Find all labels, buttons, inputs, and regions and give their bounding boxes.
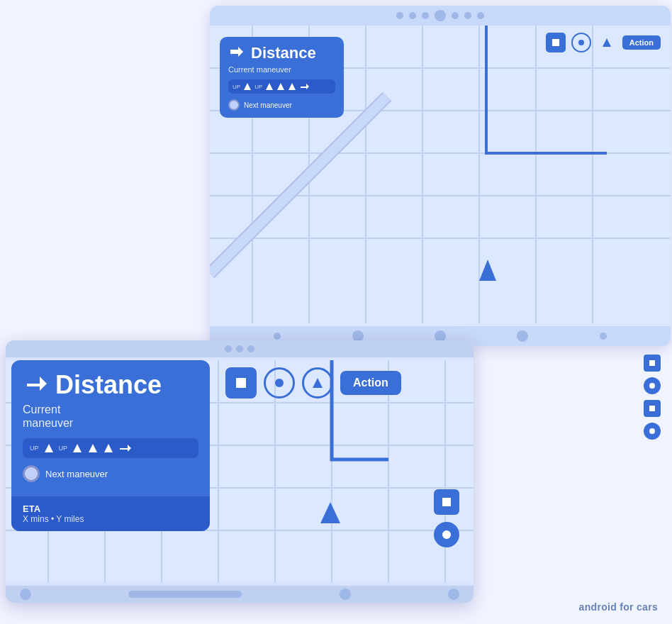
action-button-large[interactable]: Action [622,35,661,50]
large-screen-top-bar [210,6,671,26]
up-label-lg-1: UP [30,445,39,452]
svg-line-13 [210,96,387,274]
right-square-btn-1[interactable] [644,355,661,372]
circle-icon [649,382,656,389]
up-label-1: UP [233,84,240,90]
bottom-dot-right1 [340,589,351,600]
bottom-dot-right2 [448,589,459,600]
current-maneuver-label: Current maneuver [228,65,335,74]
triangle-btn-sm[interactable] [302,367,333,399]
next-maneuver-label-lg: Next maneuver [45,469,108,479]
square-icon-btn[interactable] [546,33,566,52]
maneuver-icons-row: UP UP [228,79,335,94]
svg-marker-15 [244,83,251,90]
bottom-dot-left [20,589,31,600]
circle-btn-sm[interactable] [264,367,295,399]
svg-rect-24 [649,406,655,411]
triangle-icon-btn[interactable] [597,33,617,52]
top-dot-center [435,10,446,21]
top-dot [247,345,254,352]
svg-point-20 [578,40,584,45]
distance-label: Distance [251,44,316,62]
brand-text-2: for cars [620,601,658,613]
top-dot [409,12,416,19]
next-maneuver-label: Next maneuver [244,101,292,109]
triangle-icon [601,37,612,48]
svg-marker-21 [603,38,611,47]
triangle-icon [310,376,325,390]
top-dot [396,12,403,19]
svg-rect-39 [442,498,451,506]
current-maneuver-label-lg: Currentmaneuver [23,403,198,430]
top-dot [477,12,484,19]
up-arrow-icon-lg-4 [103,442,114,454]
turn-arrow-icon-lg [23,372,48,398]
up-arrow-icon-3 [276,82,285,91]
brand-text: android for cars [579,601,658,613]
maneuver-dot-lg [23,465,40,482]
eta-section: ETA X mins • Y miles [11,496,210,531]
small-screen: Distance Currentmaneuver UP UP Next mane… [6,340,474,603]
bottom-pill [128,591,242,598]
square-icon [442,497,452,507]
large-screen-toolbar: Action [546,33,661,52]
nav-card-main: Distance Currentmaneuver UP UP Next mane… [11,360,210,496]
svg-rect-19 [552,39,559,46]
nav-title-row-lg: Distance [23,370,198,400]
turn-arrow-icon [228,45,245,62]
map-sq-btn-1[interactable] [434,489,459,515]
square-icon [649,360,656,367]
brand-text-1: android [579,601,617,613]
circle-icon [442,530,452,540]
svg-marker-42 [73,444,82,452]
circle-icon [649,428,656,435]
svg-marker-41 [45,444,53,452]
up-label-lg-2: UP [59,445,68,452]
next-maneuver-row: Next maneuver [228,99,335,111]
right-square-btn-2[interactable] [644,400,661,417]
up-arrow-icon-lg-2 [72,442,83,454]
svg-marker-17 [277,83,284,90]
top-dot [236,345,243,352]
large-screen-nav-card: Distance Current maneuver UP UP Next man… [220,37,344,118]
square-icon [551,38,560,47]
maneuver-dot [228,99,240,111]
eta-subtitle: X mins • Y miles [23,514,198,524]
bottom-dot [274,333,281,340]
svg-marker-14 [479,260,496,281]
circle-icon [578,39,585,46]
maneuver-icons-row-lg: UP UP [23,438,198,458]
next-maneuver-row-lg: Next maneuver [23,465,198,489]
right-circle-btn-2[interactable] [644,423,661,440]
map-circle-btn-1[interactable] [434,522,459,547]
square-btn-sm[interactable] [225,367,257,399]
top-dot [225,345,232,352]
top-dot [452,12,459,19]
action-button-small-screen[interactable]: Action [340,371,401,395]
small-screen-toolbar: Action [225,367,401,399]
distance-label-lg: Distance [55,370,162,400]
turn-right-icon [299,82,309,91]
bottom-dot [600,333,607,340]
up-arrow-icon-lg-1 [43,442,55,454]
large-screen: Distance Current maneuver UP UP Next man… [210,6,671,346]
circle-icon-btn[interactable] [571,33,591,52]
square-icon [235,377,247,389]
bottom-dot [517,330,528,342]
small-screen-bottom-bar [6,586,474,603]
small-screen-nav-card: Distance Currentmaneuver UP UP Next mane… [11,360,210,531]
right-circle-btn-1[interactable] [644,377,661,394]
top-dot [464,12,471,19]
svg-marker-38 [320,502,340,523]
svg-point-23 [649,383,655,389]
up-arrow-icon-2 [265,82,274,91]
turn-right-icon-lg [118,442,131,454]
svg-point-40 [442,530,451,539]
nav-title-row: Distance [228,44,335,62]
svg-marker-44 [104,444,113,452]
up-label-2: UP [254,84,262,90]
small-map-right-buttons [434,489,459,547]
up-arrow-icon-4 [288,82,296,91]
svg-marker-18 [289,83,296,90]
svg-marker-47 [313,378,323,388]
